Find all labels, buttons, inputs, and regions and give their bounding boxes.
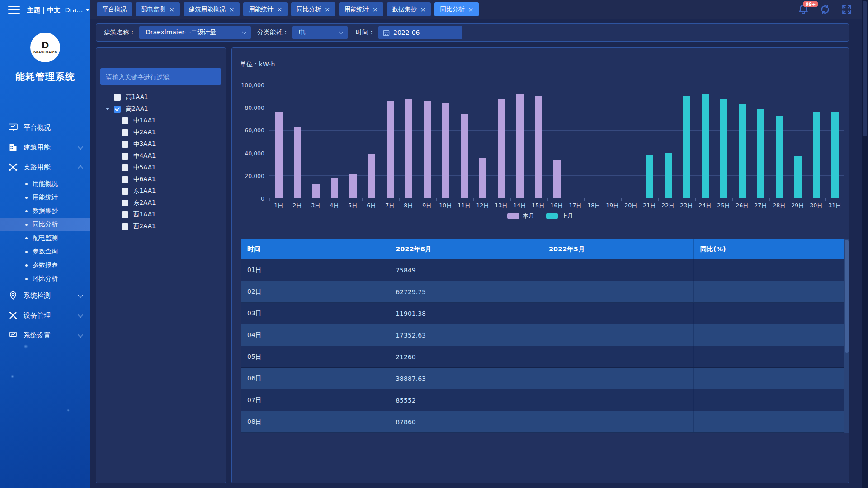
tab-4[interactable]: 同比分析× xyxy=(291,2,335,16)
tree-node[interactable]: 西1AA1 xyxy=(96,209,226,221)
axis-tick xyxy=(269,198,288,201)
legend-item[interactable]: 上月 xyxy=(546,212,573,220)
sidebar-item-building-energy[interactable]: 建筑用能 xyxy=(0,137,90,157)
bar-slot xyxy=(659,85,677,198)
tree-checkbox[interactable] xyxy=(122,223,128,230)
tree-node[interactable]: 中4AA1 xyxy=(96,150,226,162)
tab-7-active[interactable]: 同比分析× xyxy=(434,2,479,16)
bullet-icon xyxy=(25,278,28,280)
submenu-item-label: 环比分析 xyxy=(33,275,58,283)
table-body: 01日7584902日62729.7503日11901.3804日17352.6… xyxy=(241,259,844,433)
sidebar-item-platform-overview[interactable]: 平台概况 xyxy=(0,117,90,137)
submenu-item-data-collection[interactable]: 数据集抄 xyxy=(0,204,90,218)
submenu-item-param-report[interactable]: 参数报表 xyxy=(0,258,90,272)
energy-select[interactable]: 电 xyxy=(292,26,348,39)
date-picker[interactable]: 2022-06 xyxy=(378,26,462,39)
tree-node[interactable]: 中2AA1 xyxy=(96,127,226,138)
submenu-item-yoy-analysis[interactable]: 同比分析 xyxy=(0,218,90,231)
table-cell: 38887.63 xyxy=(389,368,542,389)
bar-slot xyxy=(436,85,455,198)
close-icon[interactable]: × xyxy=(325,6,330,13)
tree-checkbox[interactable] xyxy=(114,94,121,101)
close-icon[interactable]: × xyxy=(169,6,175,13)
close-icon[interactable]: × xyxy=(468,6,473,13)
table-cell xyxy=(542,303,694,324)
tree-checkbox[interactable] xyxy=(114,106,121,113)
submenu-item-energy-overview[interactable]: 用能概况 xyxy=(0,177,90,191)
bar-slot xyxy=(807,85,826,198)
building-select[interactable]: Draexlmaier一二级计量 xyxy=(139,26,251,39)
legend-swatch xyxy=(546,213,558,219)
tree-checkbox[interactable] xyxy=(122,153,128,160)
sidebar-item-system-settings[interactable]: 系统设置 xyxy=(0,325,90,345)
bell-icon[interactable]: 99+ xyxy=(797,4,809,15)
tree-checkbox[interactable] xyxy=(122,117,128,124)
theme-language-switch[interactable]: 主题 | 中文 xyxy=(27,6,60,14)
tree-checkbox[interactable] xyxy=(122,164,128,171)
submenu-item-param-query[interactable]: 参数查询 xyxy=(0,245,90,258)
tree-node-label: 西1AA1 xyxy=(133,211,156,219)
fullscreen-icon[interactable] xyxy=(841,4,853,15)
sidebar-item-device-mgmt[interactable]: 设备管理 xyxy=(0,305,90,325)
bar-本月 xyxy=(461,114,468,198)
tree-checkbox[interactable] xyxy=(122,141,128,148)
tree-node[interactable]: 高1AA1 xyxy=(96,91,226,103)
tree-node[interactable]: 东1AA1 xyxy=(96,185,226,197)
table-header-cell: 时间 xyxy=(241,239,389,259)
table-row: 03日11901.38 xyxy=(241,303,844,324)
table-scrollbar[interactable] xyxy=(844,239,849,433)
tree-node[interactable]: 中3AA1 xyxy=(96,138,226,150)
tab-1[interactable]: 配电监测× xyxy=(136,2,180,16)
tab-2[interactable]: 建筑用能概况× xyxy=(184,2,240,16)
submenu-item-label: 用能概况 xyxy=(33,180,58,188)
page-scrollbar[interactable] xyxy=(862,0,868,488)
user-dropdown[interactable]: Dra... xyxy=(65,6,83,14)
submenu-item-label: 数据集抄 xyxy=(33,207,58,215)
bar-上月 xyxy=(739,104,746,198)
tab-0[interactable]: 平台概况 xyxy=(97,2,132,16)
tree-node[interactable]: 高2AA1 xyxy=(96,103,226,115)
x-tick-label: 22日 xyxy=(659,202,677,210)
x-tick-label: 8日 xyxy=(399,202,418,210)
tree-node[interactable]: 西2AA1 xyxy=(96,221,226,232)
caret-down-icon[interactable] xyxy=(85,9,90,11)
axis-tick xyxy=(770,198,788,201)
caret-expanded-icon[interactable] xyxy=(105,108,110,110)
sidebar-item-system-check[interactable]: 系统检测 xyxy=(0,286,90,305)
tree-search-input[interactable] xyxy=(100,68,221,85)
tree-node[interactable]: 中1AA1 xyxy=(96,115,226,127)
tab-5[interactable]: 用能统计× xyxy=(339,2,383,16)
tree-checkbox[interactable] xyxy=(122,129,128,136)
tree-node[interactable]: 东2AA1 xyxy=(96,197,226,209)
submenu-item-energy-stats[interactable]: 用能统计 xyxy=(0,191,90,204)
table-cell xyxy=(694,324,844,346)
tree-checkbox[interactable] xyxy=(122,200,128,206)
hamburger-menu-icon[interactable] xyxy=(8,4,20,16)
close-icon[interactable]: × xyxy=(277,6,282,13)
close-icon[interactable]: × xyxy=(420,6,426,13)
tab-6[interactable]: 数据集抄× xyxy=(387,2,431,16)
close-icon[interactable]: × xyxy=(229,6,235,13)
submenu-item-mom-analysis[interactable]: 环比分析 xyxy=(0,272,90,286)
bar-slot xyxy=(399,85,418,198)
tree-checkbox[interactable] xyxy=(122,188,128,195)
close-icon[interactable]: × xyxy=(373,6,378,13)
tree-node[interactable]: 中5AA1 xyxy=(96,162,226,174)
bar-上月 xyxy=(813,112,820,198)
sidebar-item-branch-energy[interactable]: 支路用能 xyxy=(0,157,90,177)
tree-checkbox[interactable] xyxy=(122,211,128,218)
refresh-icon[interactable] xyxy=(819,4,831,15)
x-tick-label: 6日 xyxy=(362,202,381,210)
table-row: 01日75849 xyxy=(241,259,844,281)
filter-bar: 建筑名称： Draexlmaier一二级计量 分类能耗： 电 时间： 2022-… xyxy=(96,23,849,42)
tab-3[interactable]: 用能统计× xyxy=(243,2,288,16)
analysis-panel: 单位：kW·h 100,00080,00060,00040,00020,0000… xyxy=(231,47,849,483)
tree-node[interactable]: 中6AA1 xyxy=(96,174,226,185)
tree-checkbox[interactable] xyxy=(122,176,128,183)
bar-本月 xyxy=(387,101,394,198)
submenu-item-power-monitor[interactable]: 配电监测 xyxy=(0,231,90,245)
legend-item[interactable]: 本月 xyxy=(507,212,534,220)
axis-tick xyxy=(603,198,622,201)
bullet-icon xyxy=(25,210,28,212)
time-label: 时间： xyxy=(356,28,375,37)
